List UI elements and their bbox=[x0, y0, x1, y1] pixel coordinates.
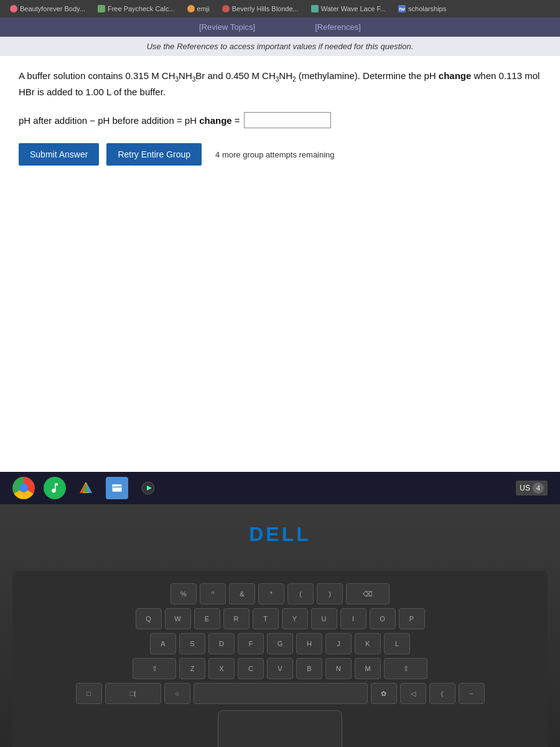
key-shift-left[interactable]: ⇧ bbox=[133, 658, 176, 679]
ph-equation-label: pH after addition − pH before addition =… bbox=[19, 115, 240, 126]
us-label: US bbox=[520, 484, 530, 492]
key-r[interactable]: R bbox=[223, 608, 250, 629]
tab-scholarships-label: scholarships bbox=[408, 5, 446, 12]
key-circle[interactable]: ○ bbox=[164, 683, 190, 704]
tab-beverly-label: Beverly Hills Blonde... bbox=[232, 5, 299, 12]
ref-note: Use the References to access important v… bbox=[0, 37, 560, 56]
tab-bar: Beautyforever Body... Free Paycheck Calc… bbox=[0, 0, 560, 17]
buttons-area: Submit Answer Retry Entire Group 4 more … bbox=[19, 143, 541, 166]
key-w[interactable]: W bbox=[165, 608, 191, 629]
trackpad[interactable] bbox=[218, 710, 342, 747]
tab-beauty-label: Beautyforever Body... bbox=[20, 5, 85, 12]
drive-icon[interactable] bbox=[75, 477, 97, 499]
dell-logo: DELL bbox=[249, 523, 311, 546]
tab-water-label: Water Wave Lace F... bbox=[321, 5, 386, 12]
us-badge: US 4 bbox=[516, 481, 548, 496]
key-t[interactable]: T bbox=[253, 608, 279, 629]
key-k[interactable]: K bbox=[355, 633, 381, 654]
tab-beverly[interactable]: Beverly Hills Blonde... bbox=[217, 4, 304, 14]
taskbar: US 4 bbox=[0, 472, 560, 504]
tab-beauty[interactable]: Beautyforever Body... bbox=[5, 4, 90, 14]
key-j[interactable]: J bbox=[325, 633, 352, 654]
taskbar-left bbox=[12, 477, 159, 499]
key-shift-right[interactable]: ⇧ bbox=[384, 658, 427, 679]
tab-scholarships[interactable]: fw scholarships bbox=[393, 4, 451, 14]
review-topics-link[interactable]: [Review Topics] bbox=[194, 21, 260, 33]
key-asterisk[interactable]: * bbox=[258, 583, 284, 604]
review-bar: [Review Topics] [References] bbox=[0, 17, 560, 37]
key-d[interactable]: D bbox=[208, 633, 235, 654]
key-space[interactable] bbox=[194, 683, 368, 704]
question-text-content: A buffer solution contains 0.315 M CH3NH… bbox=[19, 70, 539, 97]
key-p[interactable]: P bbox=[399, 608, 425, 629]
beverly-tab-icon bbox=[222, 5, 230, 12]
key-n[interactable]: N bbox=[325, 658, 352, 679]
question-text: A buffer solution contains 0.315 M CH3NH… bbox=[19, 68, 541, 100]
keyboard-row-4: ⇧ Z X C V B N M ⇧ bbox=[31, 658, 529, 679]
key-o[interactable]: O bbox=[370, 608, 396, 629]
retry-entire-group-button[interactable]: Retry Entire Group bbox=[106, 143, 202, 166]
browser-content: [Review Topics] [References] Use the Ref… bbox=[0, 17, 560, 504]
media-play-icon[interactable] bbox=[137, 477, 159, 499]
key-f[interactable]: F bbox=[238, 633, 264, 654]
key-l[interactable]: L bbox=[384, 633, 410, 654]
water-tab-icon bbox=[311, 5, 319, 12]
key-u[interactable]: U bbox=[311, 608, 337, 629]
key-v[interactable]: V bbox=[267, 658, 293, 679]
keyboard-area: % ^ & * ( ) ⌫ Q W E R T Y U I O P A S D … bbox=[12, 571, 548, 747]
keyboard-row-3: A S D F G H J K L bbox=[31, 633, 529, 654]
key-double-rect[interactable]: □| bbox=[105, 683, 161, 704]
key-percent[interactable]: % bbox=[170, 583, 197, 604]
svg-rect-7 bbox=[113, 484, 117, 486]
tab-emji-label: emji bbox=[197, 5, 210, 12]
webpage: [Review Topics] [References] Use the Ref… bbox=[0, 17, 560, 472]
chrome-icon[interactable] bbox=[12, 477, 35, 499]
tab-emji[interactable]: emji bbox=[182, 4, 215, 14]
tab-water[interactable]: Water Wave Lace F... bbox=[306, 4, 391, 14]
key-backspace[interactable]: ⌫ bbox=[346, 583, 390, 604]
keyboard-row-1: % ^ & * ( ) ⌫ bbox=[31, 583, 529, 604]
music-icon[interactable] bbox=[44, 477, 66, 499]
key-rparen[interactable]: ) bbox=[317, 583, 343, 604]
key-caret[interactable]: ^ bbox=[200, 583, 226, 604]
key-ampersand[interactable]: & bbox=[229, 583, 255, 604]
us-number: 4 bbox=[533, 482, 544, 494]
taskbar-right: US 4 bbox=[516, 481, 548, 496]
beauty-tab-icon bbox=[10, 5, 17, 12]
key-y[interactable]: Y bbox=[282, 608, 308, 629]
tab-paycheck-label: Free Paycheck Calc... bbox=[108, 5, 175, 12]
references-link[interactable]: [References] bbox=[310, 21, 366, 33]
paycheck-tab-icon bbox=[98, 5, 105, 12]
question-body: A buffer solution contains 0.315 M CH3NH… bbox=[0, 56, 560, 472]
submit-answer-button[interactable]: Submit Answer bbox=[19, 143, 99, 166]
key-gear[interactable]: ✿ bbox=[371, 683, 397, 704]
fw-tab-icon: fw bbox=[398, 5, 406, 12]
attempts-remaining-text: 4 more group attempts remaining bbox=[215, 150, 334, 159]
key-s[interactable]: S bbox=[179, 633, 205, 654]
tab-paycheck[interactable]: Free Paycheck Calc... bbox=[93, 4, 180, 14]
key-c[interactable]: C bbox=[238, 658, 264, 679]
keyboard-row-bottom: □ □| ○ ✿ ◁ ( − bbox=[31, 683, 529, 704]
key-lparen[interactable]: ( bbox=[287, 583, 314, 604]
key-m[interactable]: M bbox=[355, 658, 381, 679]
key-a[interactable]: A bbox=[150, 633, 176, 654]
key-z[interactable]: Z bbox=[179, 658, 205, 679]
laptop-body: DELL % ^ & * ( ) ⌫ Q W E R T Y U I O P A bbox=[0, 504, 560, 747]
key-back[interactable]: ◁ bbox=[400, 683, 426, 704]
svg-rect-6 bbox=[113, 487, 122, 488]
key-paren[interactable]: ( bbox=[429, 683, 455, 704]
key-e[interactable]: E bbox=[194, 608, 220, 629]
key-h[interactable]: H bbox=[296, 633, 322, 654]
key-g[interactable]: G bbox=[267, 633, 293, 654]
emji-tab-icon bbox=[187, 5, 195, 12]
ph-equation: pH after addition − pH before addition =… bbox=[19, 112, 541, 128]
key-b[interactable]: B bbox=[296, 658, 322, 679]
key-i[interactable]: I bbox=[340, 608, 366, 629]
ph-change-input[interactable] bbox=[244, 112, 331, 128]
files-icon[interactable] bbox=[106, 477, 128, 499]
keyboard-row-2: Q W E R T Y U I O P bbox=[31, 608, 529, 629]
key-square[interactable]: □ bbox=[76, 683, 102, 704]
key-dash[interactable]: − bbox=[459, 683, 485, 704]
key-q[interactable]: Q bbox=[136, 608, 162, 629]
key-x[interactable]: X bbox=[208, 658, 235, 679]
